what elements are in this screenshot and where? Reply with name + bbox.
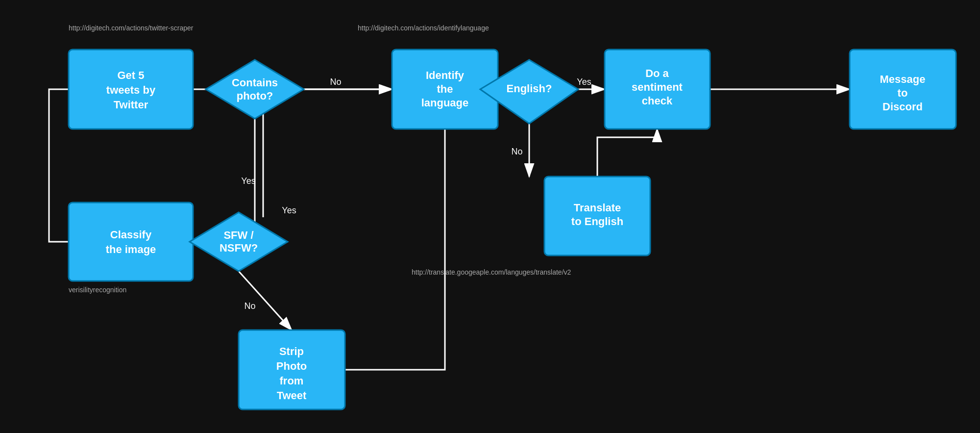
edge-label-yes-1: Yes (577, 77, 591, 87)
node-strip-photo-label2: Photo (276, 360, 307, 372)
node-get-tweets-label: Get 5 (117, 69, 144, 81)
node-sentiment-label2: sentiment (632, 81, 683, 93)
node-message-discord-label1: Message (880, 73, 926, 85)
node-translate-english-label2: to English (571, 215, 623, 228)
node-sentiment-label3: check (642, 95, 673, 107)
node-message-discord-label2: to (898, 87, 908, 99)
diagram-container: http://digitech.com/actions/twitter-scra… (0, 0, 980, 433)
node-strip-photo-label1: Strip (279, 345, 304, 357)
node-identify-language-label1: Identify (426, 69, 465, 81)
node-classify-image-label1: Classify (110, 229, 152, 241)
node-sentiment-label1: Do a (645, 67, 669, 79)
node-identify-language-label2: the (437, 83, 453, 95)
node-message-discord-label3: Discord (882, 101, 923, 113)
annotation-bottom-translate: http://translate.googeaple.com/languges/… (412, 268, 571, 276)
node-contains-photo-label2: photo? (237, 90, 273, 102)
node-identify-language-label3: language (421, 97, 469, 109)
node-strip-photo-label3: from (280, 375, 304, 387)
node-get-tweets-label2: tweets by (106, 84, 156, 96)
edge-label-yes-2: Yes (241, 176, 255, 186)
edge-translate-to-sentiment (597, 129, 657, 177)
node-english-label: English? (507, 82, 552, 95)
edge-label-yes-3: Yes (282, 205, 296, 215)
annotation-top-middle: http://digitech.com/actions/identifylang… (358, 24, 489, 32)
node-sfw-nsfw-label1: SFW / (223, 229, 253, 241)
edge-label-no-1: No (330, 77, 341, 87)
node-contains-photo-label1: Contains (232, 76, 278, 89)
node-classify-image-label2: the image (106, 243, 156, 255)
node-translate-english-label1: Translate (574, 202, 621, 214)
node-get-tweets-label3: Twitter (114, 99, 148, 111)
edge-sfw-yes-to-identify (263, 89, 392, 217)
edge-label-no-2: No (511, 147, 522, 156)
node-sfw-nsfw-label2: NSFW? (220, 242, 258, 254)
node-strip-photo-label4: Tweet (277, 389, 307, 402)
annotation-verisiliy: verisilityrecognition (69, 286, 126, 294)
edge-label-no-3: No (244, 301, 255, 311)
flowchart-svg: http://digitech.com/actions/twitter-scra… (0, 0, 980, 433)
annotation-top-left: http://digitech.com/actions/twitter-scra… (69, 24, 194, 32)
node-classify-image[interactable] (69, 203, 193, 281)
edge-strip-to-identify (345, 89, 445, 370)
